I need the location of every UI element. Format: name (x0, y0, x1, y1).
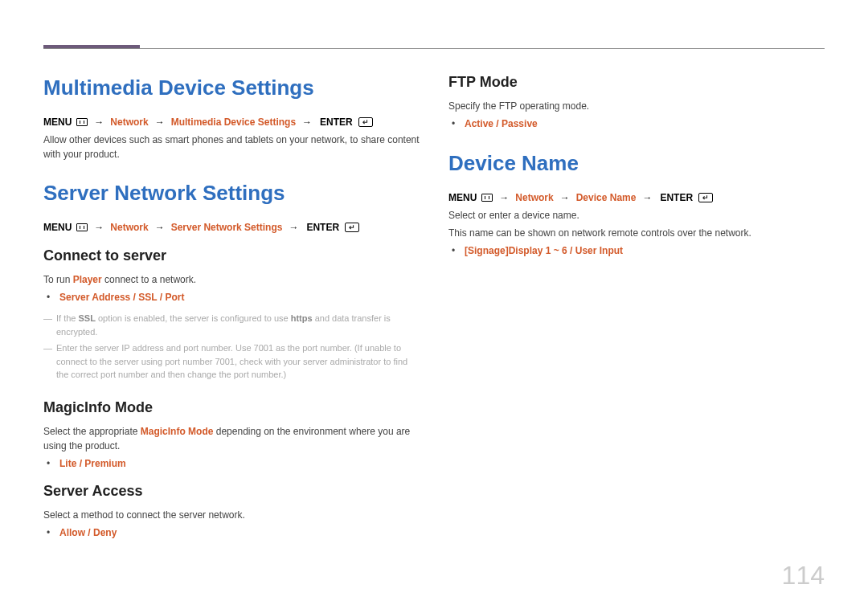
menupath-enter-label: ENTER (320, 116, 353, 128)
text: connect to a network. (102, 274, 196, 285)
menupath-item: Multimedia Device Settings (171, 116, 296, 128)
body-magicinfo: Select the appropriate MagicInfo Mode de… (43, 424, 420, 453)
option-active-passive: Active / Passive (461, 116, 825, 132)
arrow-icon: → (94, 116, 104, 128)
note-ssl: If the SSL option is enabled, the server… (43, 312, 420, 338)
text: option is enabled, the server is configu… (96, 313, 291, 323)
option-lite-premium: Lite / Premium (56, 456, 420, 472)
body-devicename-2: This name can be shown on network remote… (448, 226, 825, 240)
menu-icon (76, 118, 88, 126)
menupath-server: MENU → Network → Server Network Settings… (43, 222, 420, 233)
enter-icon: ↵ (698, 193, 713, 202)
body-devicename-1: Select or enter a device name. (448, 208, 825, 223)
label-https: https (291, 313, 313, 323)
menupath-network: Network (515, 192, 553, 203)
options-connect: Server Address / SSL / Port (43, 290, 420, 305)
menupath-menu-label: MENU (448, 192, 477, 203)
option-server-address: Server Address / SSL / Port (56, 290, 420, 305)
menupath-multimedia: MENU → Network → Multimedia Device Setti… (43, 116, 420, 128)
body-multimedia: Allow other devices such as smart phones… (43, 133, 420, 161)
body-connect: To run Player connect to a network. (43, 272, 420, 287)
enter-icon: ↵ (345, 223, 359, 232)
options-access: Allow / Deny (43, 525, 420, 541)
heading-connect: Connect to server (43, 247, 420, 264)
heading-multimedia: Multimedia Device Settings (43, 76, 420, 100)
arrow-icon: → (289, 222, 298, 233)
label-ssl: SSL (79, 313, 96, 323)
options-magicinfo: Lite / Premium (43, 456, 420, 472)
arrow-icon: → (499, 192, 509, 203)
arrow-icon: → (94, 222, 104, 233)
top-divider (43, 48, 825, 49)
arrow-icon: → (560, 192, 570, 203)
option-signage-display: [Signage]Display 1 ~ 6 / User Input (461, 243, 825, 259)
menupath-devicename: MENU → Network → Device Name → ENTER ↵ (448, 192, 825, 203)
menu-icon (76, 223, 88, 231)
section-server: Server Network Settings MENU → Network →… (43, 181, 420, 541)
menupath-menu-label: MENU (43, 222, 72, 233)
text: Select the appropriate (43, 426, 141, 437)
heading-ftp: FTP Mode (448, 74, 825, 91)
page-number: 114 (782, 561, 825, 591)
menupath-item: Device Name (576, 192, 637, 203)
heading-magicinfo: MagicInfo Mode (43, 399, 420, 416)
body-access: Select a method to connect the server ne… (43, 508, 420, 522)
body-ftp: Specify the FTP operating mode. (448, 99, 825, 113)
menupath-menu-label: MENU (43, 116, 72, 128)
section-ftp: FTP Mode Specify the FTP operating mode.… (448, 74, 825, 132)
enter-icon: ↵ (358, 117, 373, 127)
heading-access: Server Access (43, 483, 420, 500)
section-multimedia: Multimedia Device Settings MENU → Networ… (43, 76, 420, 161)
section-devicename: Device Name MENU → Network → Device Name… (448, 151, 825, 259)
option-allow-deny: Allow / Deny (56, 525, 420, 541)
menupath-network: Network (110, 116, 148, 128)
menu-icon (481, 194, 493, 202)
arrow-icon: → (642, 192, 652, 203)
text: If the (56, 313, 79, 323)
arrow-icon: → (302, 116, 312, 128)
arrow-icon: → (155, 116, 165, 128)
menupath-item: Server Network Settings (171, 222, 283, 233)
note-port: Enter the server IP address and port num… (43, 341, 420, 382)
menupath-enter-label: ENTER (660, 192, 693, 203)
label-magicinfo-mode: MagicInfo Mode (141, 426, 214, 437)
text: To run (43, 274, 73, 285)
menupath-network: Network (110, 222, 148, 233)
label-player: Player (73, 274, 102, 285)
options-devicename: [Signage]Display 1 ~ 6 / User Input (448, 243, 825, 259)
options-ftp: Active / Passive (448, 116, 825, 132)
heading-server: Server Network Settings (43, 181, 420, 206)
page-content: Multimedia Device Settings MENU → Networ… (43, 39, 825, 560)
arrow-icon: → (155, 222, 165, 233)
menupath-enter-label: ENTER (306, 222, 339, 233)
heading-devicename: Device Name (448, 151, 825, 176)
